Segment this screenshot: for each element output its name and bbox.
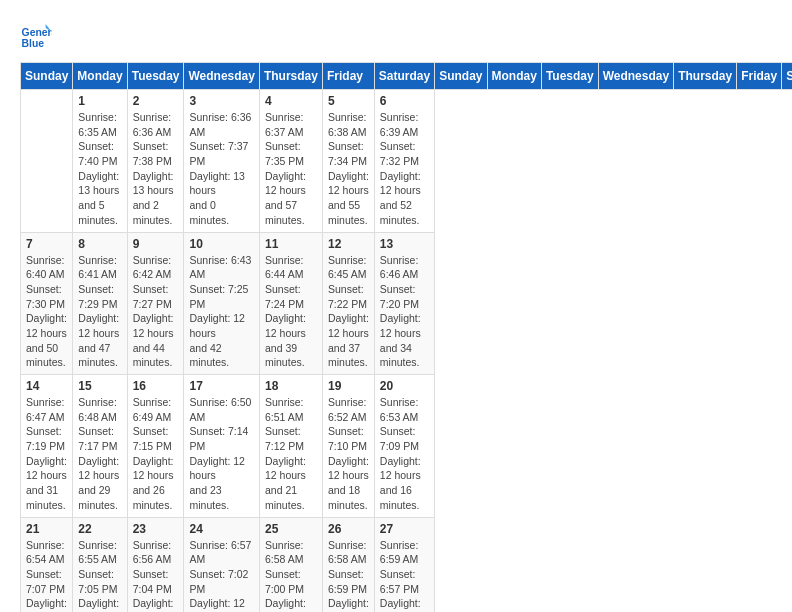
svg-text:Blue: Blue — [22, 38, 45, 49]
day-number: 8 — [78, 237, 121, 251]
day-header-sunday: Sunday — [435, 63, 487, 90]
calendar-cell: 20Sunrise: 6:53 AMSunset: 7:09 PMDayligh… — [374, 375, 434, 518]
calendar-cell: 7Sunrise: 6:40 AMSunset: 7:30 PMDaylight… — [21, 232, 73, 375]
day-number: 4 — [265, 94, 317, 108]
calendar-cell: 12Sunrise: 6:45 AMSunset: 7:22 PMDayligh… — [322, 232, 374, 375]
day-info: Sunrise: 6:54 AMSunset: 7:07 PMDaylight:… — [26, 538, 67, 613]
calendar-table: SundayMondayTuesdayWednesdayThursdayFrid… — [20, 62, 792, 612]
day-number: 13 — [380, 237, 429, 251]
calendar-week-row: 21Sunrise: 6:54 AMSunset: 7:07 PMDayligh… — [21, 517, 793, 612]
calendar-cell: 14Sunrise: 6:47 AMSunset: 7:19 PMDayligh… — [21, 375, 73, 518]
day-info: Sunrise: 6:42 AMSunset: 7:27 PMDaylight:… — [133, 253, 179, 371]
day-info: Sunrise: 6:58 AMSunset: 6:59 PMDaylight:… — [328, 538, 369, 613]
day-info: Sunrise: 6:37 AMSunset: 7:35 PMDaylight:… — [265, 110, 317, 228]
day-info: Sunrise: 6:39 AMSunset: 7:32 PMDaylight:… — [380, 110, 429, 228]
day-header-friday: Friday — [737, 63, 782, 90]
day-number: 18 — [265, 379, 317, 393]
day-number: 27 — [380, 522, 429, 536]
calendar-cell: 10Sunrise: 6:43 AMSunset: 7:25 PMDayligh… — [184, 232, 259, 375]
day-header-thursday: Thursday — [674, 63, 737, 90]
day-number: 26 — [328, 522, 369, 536]
day-info: Sunrise: 6:59 AMSunset: 6:57 PMDaylight:… — [380, 538, 429, 613]
day-number: 17 — [189, 379, 253, 393]
calendar-cell: 8Sunrise: 6:41 AMSunset: 7:29 PMDaylight… — [73, 232, 127, 375]
calendar-cell: 5Sunrise: 6:38 AMSunset: 7:34 PMDaylight… — [322, 90, 374, 233]
calendar-week-row: 14Sunrise: 6:47 AMSunset: 7:19 PMDayligh… — [21, 375, 793, 518]
calendar-cell: 27Sunrise: 6:59 AMSunset: 6:57 PMDayligh… — [374, 517, 434, 612]
calendar-cell: 9Sunrise: 6:42 AMSunset: 7:27 PMDaylight… — [127, 232, 184, 375]
day-info: Sunrise: 6:47 AMSunset: 7:19 PMDaylight:… — [26, 395, 67, 513]
day-header-sunday: Sunday — [21, 63, 73, 90]
day-info: Sunrise: 6:43 AMSunset: 7:25 PMDaylight:… — [189, 253, 253, 371]
day-info: Sunrise: 6:35 AMSunset: 7:40 PMDaylight:… — [78, 110, 121, 228]
day-header-wednesday: Wednesday — [598, 63, 673, 90]
day-info: Sunrise: 6:46 AMSunset: 7:20 PMDaylight:… — [380, 253, 429, 371]
day-number: 2 — [133, 94, 179, 108]
day-number: 6 — [380, 94, 429, 108]
day-number: 25 — [265, 522, 317, 536]
calendar-cell: 4Sunrise: 6:37 AMSunset: 7:35 PMDaylight… — [259, 90, 322, 233]
calendar-cell: 3Sunrise: 6:36 AMSunset: 7:37 PMDaylight… — [184, 90, 259, 233]
calendar-cell: 21Sunrise: 6:54 AMSunset: 7:07 PMDayligh… — [21, 517, 73, 612]
day-header-tuesday: Tuesday — [541, 63, 598, 90]
day-number: 21 — [26, 522, 67, 536]
calendar-cell: 16Sunrise: 6:49 AMSunset: 7:15 PMDayligh… — [127, 375, 184, 518]
day-header-saturday: Saturday — [374, 63, 434, 90]
day-info: Sunrise: 6:41 AMSunset: 7:29 PMDaylight:… — [78, 253, 121, 371]
day-header-tuesday: Tuesday — [127, 63, 184, 90]
calendar-cell: 26Sunrise: 6:58 AMSunset: 6:59 PMDayligh… — [322, 517, 374, 612]
day-header-monday: Monday — [487, 63, 541, 90]
day-info: Sunrise: 6:51 AMSunset: 7:12 PMDaylight:… — [265, 395, 317, 513]
calendar-cell: 24Sunrise: 6:57 AMSunset: 7:02 PMDayligh… — [184, 517, 259, 612]
day-info: Sunrise: 6:53 AMSunset: 7:09 PMDaylight:… — [380, 395, 429, 513]
logo-icon: General Blue — [20, 20, 52, 52]
calendar-cell: 13Sunrise: 6:46 AMSunset: 7:20 PMDayligh… — [374, 232, 434, 375]
day-info: Sunrise: 6:55 AMSunset: 7:05 PMDaylight:… — [78, 538, 121, 613]
calendar-cell: 23Sunrise: 6:56 AMSunset: 7:04 PMDayligh… — [127, 517, 184, 612]
day-info: Sunrise: 6:48 AMSunset: 7:17 PMDaylight:… — [78, 395, 121, 513]
day-info: Sunrise: 6:44 AMSunset: 7:24 PMDaylight:… — [265, 253, 317, 371]
calendar-cell: 22Sunrise: 6:55 AMSunset: 7:05 PMDayligh… — [73, 517, 127, 612]
day-info: Sunrise: 6:36 AMSunset: 7:37 PMDaylight:… — [189, 110, 253, 228]
calendar-header-row: SundayMondayTuesdayWednesdayThursdayFrid… — [21, 63, 793, 90]
day-number: 5 — [328, 94, 369, 108]
day-info: Sunrise: 6:40 AMSunset: 7:30 PMDaylight:… — [26, 253, 67, 371]
calendar-cell: 18Sunrise: 6:51 AMSunset: 7:12 PMDayligh… — [259, 375, 322, 518]
calendar-cell: 19Sunrise: 6:52 AMSunset: 7:10 PMDayligh… — [322, 375, 374, 518]
day-info: Sunrise: 6:50 AMSunset: 7:14 PMDaylight:… — [189, 395, 253, 513]
day-info: Sunrise: 6:45 AMSunset: 7:22 PMDaylight:… — [328, 253, 369, 371]
day-number: 9 — [133, 237, 179, 251]
day-header-friday: Friday — [322, 63, 374, 90]
calendar-cell: 2Sunrise: 6:36 AMSunset: 7:38 PMDaylight… — [127, 90, 184, 233]
calendar-cell: 1Sunrise: 6:35 AMSunset: 7:40 PMDaylight… — [73, 90, 127, 233]
day-number: 15 — [78, 379, 121, 393]
day-info: Sunrise: 6:38 AMSunset: 7:34 PMDaylight:… — [328, 110, 369, 228]
calendar-cell: 6Sunrise: 6:39 AMSunset: 7:32 PMDaylight… — [374, 90, 434, 233]
day-number: 19 — [328, 379, 369, 393]
day-info: Sunrise: 6:58 AMSunset: 7:00 PMDaylight:… — [265, 538, 317, 613]
day-number: 11 — [265, 237, 317, 251]
day-header-monday: Monday — [73, 63, 127, 90]
calendar-week-row: 7Sunrise: 6:40 AMSunset: 7:30 PMDaylight… — [21, 232, 793, 375]
day-info: Sunrise: 6:52 AMSunset: 7:10 PMDaylight:… — [328, 395, 369, 513]
day-number: 23 — [133, 522, 179, 536]
logo: General Blue — [20, 20, 58, 52]
day-info: Sunrise: 6:36 AMSunset: 7:38 PMDaylight:… — [133, 110, 179, 228]
day-info: Sunrise: 6:57 AMSunset: 7:02 PMDaylight:… — [189, 538, 253, 613]
page-header: General Blue — [20, 20, 772, 52]
day-number: 24 — [189, 522, 253, 536]
day-header-wednesday: Wednesday — [184, 63, 259, 90]
day-header-saturday: Saturday — [782, 63, 792, 90]
day-info: Sunrise: 6:56 AMSunset: 7:04 PMDaylight:… — [133, 538, 179, 613]
calendar-cell: 17Sunrise: 6:50 AMSunset: 7:14 PMDayligh… — [184, 375, 259, 518]
day-header-thursday: Thursday — [259, 63, 322, 90]
day-number: 12 — [328, 237, 369, 251]
calendar-cell: 15Sunrise: 6:48 AMSunset: 7:17 PMDayligh… — [73, 375, 127, 518]
calendar-cell: 25Sunrise: 6:58 AMSunset: 7:00 PMDayligh… — [259, 517, 322, 612]
calendar-cell — [21, 90, 73, 233]
day-number: 10 — [189, 237, 253, 251]
day-number: 16 — [133, 379, 179, 393]
calendar-week-row: 1Sunrise: 6:35 AMSunset: 7:40 PMDaylight… — [21, 90, 793, 233]
day-info: Sunrise: 6:49 AMSunset: 7:15 PMDaylight:… — [133, 395, 179, 513]
day-number: 14 — [26, 379, 67, 393]
